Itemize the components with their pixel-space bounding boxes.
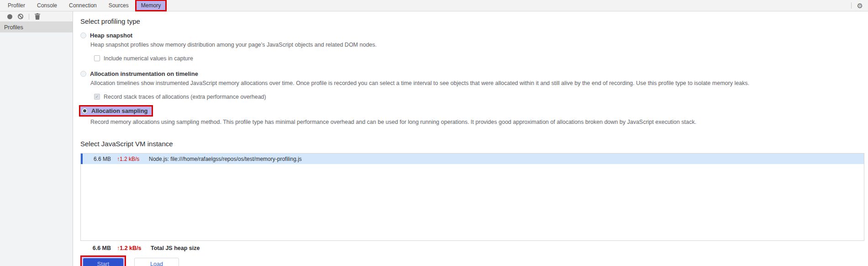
actions-row: Start Load (80, 255, 864, 266)
heap-snapshot-label[interactable]: Heap snapshot (90, 32, 132, 39)
tabbar-right: ⚙ (851, 0, 868, 11)
allocation-sampling-description: Record memory allocations using sampling… (90, 118, 864, 126)
heap-snapshot-radio[interactable] (80, 32, 86, 38)
clear-profiles-button[interactable] (15, 11, 26, 21)
delete-profile-button[interactable] (32, 11, 43, 21)
tab-connection[interactable]: Connection (63, 0, 103, 11)
record-icon (7, 14, 12, 19)
heap-snapshot-description: Heap snapshot profiles show memory distr… (90, 41, 864, 49)
tab-memory[interactable]: Memory (137, 1, 165, 10)
option-allocation-sampling: Allocation sampling Record memory alloca… (80, 105, 864, 126)
total-heap-size-value: 6.6 MB (90, 245, 111, 251)
trash-icon (35, 13, 40, 20)
tab-sources[interactable]: Sources (103, 0, 135, 11)
include-numerical-values-checkbox[interactable] (94, 55, 100, 61)
include-numerical-values-label[interactable]: Include numerical values in capture (104, 55, 193, 62)
vm-instance-heading: Select JavaScript VM instance (80, 140, 864, 148)
profiles-sidebar: Profiles (0, 11, 73, 266)
start-button[interactable]: Start (83, 258, 123, 266)
allocation-sampling-label[interactable]: Allocation sampling (91, 107, 148, 114)
tab-profiler[interactable]: Profiler (2, 0, 31, 11)
tab-console[interactable]: Console (31, 0, 63, 11)
total-allocation-rate: ↑1.2 kB/s (117, 245, 146, 251)
option-heap-snapshot: Heap snapshot Heap snapshot profiles sho… (80, 31, 864, 62)
settings-gear-icon[interactable]: ⚙ (857, 2, 863, 9)
vm-instance-row[interactable]: 6.6 MB ↑1.2 kB/s Node.js: file:///home/r… (81, 154, 864, 164)
allocation-timeline-description: Allocation timelines show instrumented J… (90, 80, 864, 87)
record-stack-traces-label[interactable]: Record stack traces of allocations (extr… (104, 94, 266, 100)
clear-icon (18, 14, 23, 19)
profiling-type-heading: Select profiling type (80, 17, 864, 25)
allocation-sampling-annotation-box: Allocation sampling (79, 105, 153, 117)
vm-allocation-rate: ↑1.2 kB/s (117, 156, 143, 162)
allocation-sampling-radio[interactable] (82, 108, 88, 114)
load-button[interactable]: Load (134, 258, 179, 266)
total-heap-size-label: Total JS heap size (151, 245, 200, 251)
profiler-toolbar (0, 11, 73, 22)
start-annotation-box: Start (80, 255, 126, 266)
toolbar-divider (851, 2, 852, 9)
heap-total-row: 6.6 MB ↑1.2 kB/s Total JS heap size (80, 245, 864, 251)
toolbar-divider (29, 14, 29, 20)
allocation-timeline-label[interactable]: Allocation instrumentation on timeline (90, 70, 198, 77)
vm-instance-name: Node.js: file:///home/rafaelgss/repos/os… (149, 156, 302, 162)
sidebar-item-profiles[interactable]: Profiles (0, 22, 73, 32)
devtools-tabbar: Profiler Console Connection Sources Memo… (0, 0, 868, 11)
option-allocation-timeline: Allocation instrumentation on timeline A… (80, 69, 864, 101)
record-stack-traces-checkbox[interactable]: ✓ (94, 94, 100, 100)
vm-instance-list: 6.6 MB ↑1.2 kB/s Node.js: file:///home/r… (80, 153, 864, 241)
allocation-timeline-radio[interactable] (80, 71, 86, 77)
record-profile-button[interactable] (4, 11, 15, 21)
vm-heap-size: 6.6 MB (90, 156, 111, 162)
memory-panel: Select profiling type Heap snapshot Heap… (73, 11, 868, 266)
